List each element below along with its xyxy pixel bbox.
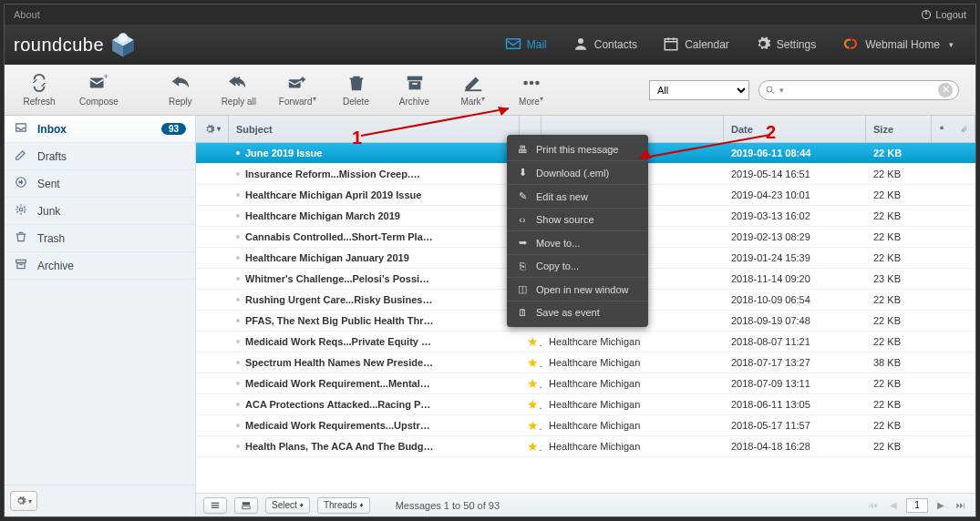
svg-line-23 <box>771 91 774 94</box>
sidebar-item-sent[interactable]: Sent <box>5 170 195 198</box>
logout-link[interactable]: Logout <box>921 9 966 20</box>
list-summary: Messages 1 to 50 of 93 <box>396 500 500 511</box>
message-row[interactable]: Medicaid Work Reqs...Private Equity … ★ … <box>196 332 975 352</box>
archive-button-icon <box>403 73 427 95</box>
search-input[interactable] <box>788 85 934 96</box>
sent-icon <box>14 176 28 191</box>
about-link[interactable]: About <box>14 9 40 20</box>
list-mode-button[interactable] <box>203 497 227 514</box>
menu-open-new[interactable]: ◫Open in new window <box>507 278 648 301</box>
header-flag[interactable] <box>932 116 954 142</box>
select-menu[interactable]: Select ♦ <box>265 497 310 514</box>
junk-icon <box>14 203 28 219</box>
svg-point-5 <box>119 33 128 42</box>
header-date[interactable]: Date <box>724 116 866 142</box>
star-icon: ★ <box>527 397 542 412</box>
refresh-button-icon <box>27 73 51 95</box>
settings-icon <box>755 36 771 55</box>
clear-search-icon[interactable]: ✕ <box>938 83 953 97</box>
read-dot-icon <box>236 256 240 260</box>
sidebar-item-inbox[interactable]: Inbox93 <box>5 116 195 143</box>
page-first[interactable]: ⏮ <box>866 500 881 510</box>
star-toggle[interactable]: ★ <box>520 334 542 349</box>
archive-button[interactable]: Archive <box>397 73 433 107</box>
star-toggle[interactable]: ★ <box>520 397 542 412</box>
star-toggle[interactable]: ★ <box>520 439 542 454</box>
star-icon: ★ <box>527 439 542 454</box>
read-dot-icon <box>236 424 240 427</box>
menu-save-event[interactable]: 🗓Save as event <box>507 301 648 323</box>
header-attachment[interactable] <box>954 116 975 142</box>
download-icon: ⬇ <box>516 167 529 179</box>
page-last[interactable]: ⏭ <box>954 500 968 510</box>
menu-print[interactable]: 🖶Print this message <box>507 138 648 161</box>
sidebar-item-drafts[interactable]: Drafts <box>5 143 195 170</box>
star-icon: ★ <box>527 376 542 391</box>
preview-mode-button[interactable] <box>234 497 258 514</box>
app-logo: roundcube <box>14 29 139 60</box>
star-toggle[interactable]: ★ <box>520 418 542 433</box>
header-subject[interactable]: Subject <box>229 116 520 142</box>
svg-rect-31 <box>211 506 219 507</box>
menu-move[interactable]: ➥Move to... <box>507 231 648 255</box>
message-row[interactable]: ACA Protections Attacked...Racing P… ★ H… <box>196 394 975 415</box>
mail-icon <box>505 36 521 55</box>
menu-copy[interactable]: ⎘Copy to... <box>507 255 648 278</box>
svg-rect-27 <box>17 263 25 269</box>
reply-all-button[interactable]: Reply all <box>221 73 257 107</box>
refresh-button[interactable]: Refresh <box>21 73 57 107</box>
scope-select[interactable]: All <box>649 80 749 100</box>
nav-mail[interactable]: Mail <box>492 25 560 65</box>
edit-icon: ✎ <box>516 190 529 202</box>
search-icon <box>765 85 776 96</box>
event-icon: 🗓 <box>516 307 529 318</box>
read-dot-icon <box>236 361 240 364</box>
message-row[interactable]: Medicaid Work Requirements...Upstr… ★ He… <box>196 415 975 436</box>
compose-button[interactable]: +Compose <box>79 73 119 107</box>
svg-text:+: + <box>104 73 108 81</box>
sidebar-item-trash[interactable]: Trash <box>5 225 195 252</box>
header-size[interactable]: Size <box>866 116 932 142</box>
nav-settings[interactable]: Settings <box>742 25 829 65</box>
svg-point-7 <box>578 38 583 44</box>
page-input[interactable] <box>906 498 928 513</box>
message-row[interactable]: Health Plans, The ACA And The Budg… ★ He… <box>196 436 975 457</box>
reply-button-icon <box>169 73 192 95</box>
svg-rect-18 <box>464 89 480 91</box>
svg-rect-15 <box>407 77 422 81</box>
nav-webmail-home[interactable]: Webmail Home▾ <box>829 25 966 65</box>
svg-rect-8 <box>665 38 677 49</box>
message-row[interactable]: Medicaid Work Requirement...Mental… ★ He… <box>196 373 975 394</box>
folder-settings-button[interactable]: ▾ <box>10 491 37 511</box>
nav-contacts[interactable]: Contacts <box>560 25 650 65</box>
list-options-button[interactable]: ▾ <box>196 116 229 142</box>
delete-button[interactable]: Delete <box>338 73 375 107</box>
reply-button[interactable]: Reply <box>162 73 199 107</box>
star-toggle[interactable]: ★ <box>520 355 542 370</box>
contacts-icon <box>573 36 589 55</box>
more-menu: 🖶Print this message⬇Download (.eml)✎Edit… <box>507 135 648 327</box>
message-row[interactable]: Spectrum Health Names New Preside… ★ Hea… <box>196 352 975 373</box>
archive-folder-icon <box>14 258 28 273</box>
annotation-label-2: 2 <box>766 122 776 143</box>
search-box[interactable]: ▾ ✕ <box>758 80 959 100</box>
read-dot-icon <box>236 403 240 406</box>
mark-button[interactable]: Mark▾ <box>455 73 491 107</box>
sidebar-item-junk[interactable]: Junk <box>5 198 195 225</box>
page-next[interactable]: ▶ <box>934 500 948 510</box>
menu-edit-as-new[interactable]: ✎Edit as new <box>507 185 648 209</box>
star-toggle[interactable]: ★ <box>520 376 542 391</box>
sidebar-item-archive[interactable]: Archive <box>5 252 195 280</box>
page-prev[interactable]: ◀ <box>886 500 901 510</box>
threads-menu[interactable]: Threads ♦ <box>317 497 370 514</box>
svg-rect-26 <box>16 260 26 262</box>
forward-button[interactable]: Forward▾ <box>279 73 316 107</box>
more-button[interactable]: More▾ <box>513 73 550 107</box>
menu-download-eml[interactable]: ⬇Download (.eml) <box>507 161 648 185</box>
read-dot-icon <box>236 151 240 155</box>
star-icon: ★ <box>527 418 542 433</box>
nav-calendar[interactable]: Calendar <box>650 25 742 65</box>
read-dot-icon <box>236 277 240 281</box>
menu-show-source[interactable]: ‹›Show source <box>507 209 648 231</box>
move-icon: ➥ <box>516 237 529 249</box>
